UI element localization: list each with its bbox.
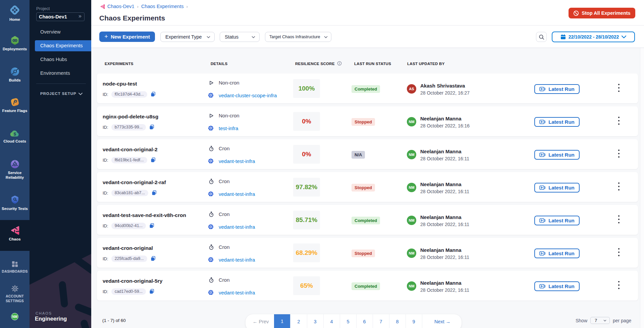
svg-text:$: $ [13, 131, 16, 136]
